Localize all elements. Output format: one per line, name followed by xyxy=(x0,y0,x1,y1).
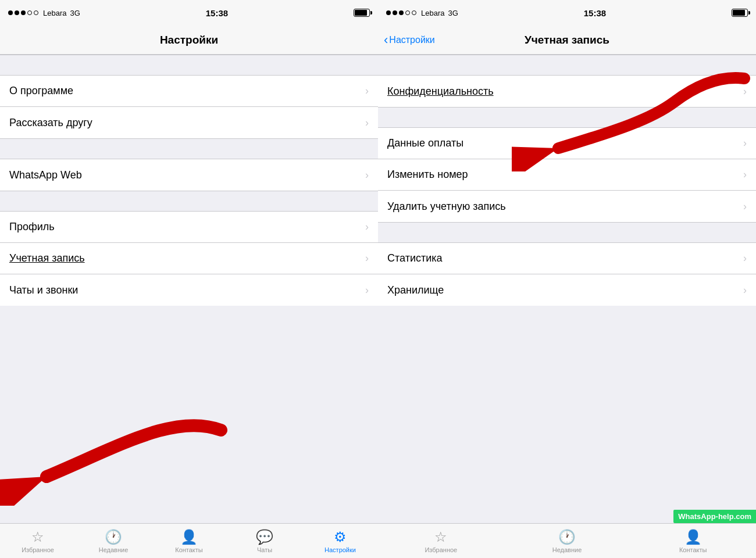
right-item-stats[interactable]: Статистика › xyxy=(378,243,756,274)
right-item-payment[interactable]: Данные оплаты › xyxy=(378,128,756,159)
right-nav-back-label: Настройки xyxy=(389,35,434,45)
right-gap-top xyxy=(378,55,756,76)
right-item-privacy-label: Конфиденциальность xyxy=(387,85,494,98)
left-nav-bar: Настройки xyxy=(0,26,378,55)
right-battery-icon xyxy=(732,9,748,17)
right-nav-bar: ‹ Настройки Учетная запись xyxy=(378,26,756,55)
left-battery-area xyxy=(354,9,370,17)
left-nav-title: Настройки xyxy=(160,34,218,46)
settings-icon: ⚙ xyxy=(334,529,347,545)
right-network: 3G xyxy=(448,9,458,17)
right-item-stats-label: Статистика xyxy=(387,252,443,264)
right-battery-fill xyxy=(733,10,745,16)
left-tab-bar: ☆ Избранное 🕐 Недавние 👤 Контакты 💬 Чаты… xyxy=(0,523,378,558)
right-nav-back[interactable]: ‹ Настройки xyxy=(384,33,435,48)
tab-left-settings[interactable]: ⚙ Настройки xyxy=(302,529,378,553)
left-item-profile-label: Профиль xyxy=(9,221,55,233)
contacts-icon: 👤 xyxy=(180,529,198,545)
tab-right-contacts-label: Контакты xyxy=(679,546,707,553)
dot2 xyxy=(15,10,19,15)
tab-left-chats[interactable]: 💬 Чаты xyxy=(227,529,302,553)
left-item-account-label: Учетная запись xyxy=(9,252,85,264)
right-chevron-payment: › xyxy=(743,137,747,149)
dot4 xyxy=(27,10,32,15)
tab-left-recents[interactable]: 🕐 Недавние xyxy=(76,529,151,553)
back-chevron-icon: ‹ xyxy=(384,33,388,48)
right-status-bar: Lebara 3G 15:38 xyxy=(378,0,756,26)
left-item-share[interactable]: Рассказать другу › xyxy=(0,107,378,138)
left-chevron-share: › xyxy=(365,117,369,129)
left-item-whatsappweb[interactable]: WhatsApp Web › xyxy=(0,159,378,191)
left-item-profile[interactable]: Профиль › xyxy=(0,212,378,243)
right-tab-bar: ☆ Избранное 🕐 Недавние 👤 Контакты xyxy=(378,523,756,558)
left-chevron-chats: › xyxy=(365,284,369,296)
left-item-about-label: О программе xyxy=(9,85,73,97)
rdot5 xyxy=(412,10,416,15)
right-chevron-changenumber: › xyxy=(743,169,747,181)
left-section-1: О программе › Рассказать другу › xyxy=(0,76,378,138)
right-chevron-privacy: › xyxy=(743,85,747,98)
left-item-share-label: Рассказать другу xyxy=(9,117,92,129)
tab-right-recents[interactable]: 🕐 Недавние xyxy=(504,529,630,553)
dot1 xyxy=(8,10,13,15)
right-gap-2 xyxy=(378,107,756,128)
recents-icon: 🕐 xyxy=(105,529,122,545)
right-nav-title: Учетная запись xyxy=(525,34,609,46)
tab-left-contacts[interactable]: 👤 Контакты xyxy=(151,529,227,553)
rdot1 xyxy=(386,10,391,15)
left-item-account[interactable]: Учетная запись › xyxy=(0,243,378,274)
left-item-about[interactable]: О программе › xyxy=(0,76,378,107)
right-chevron-deleteaccount: › xyxy=(743,201,747,213)
left-status-left: Lebara 3G xyxy=(8,9,80,17)
right-carrier: Lebara xyxy=(421,9,444,17)
tab-left-favorites[interactable]: ☆ Избранное xyxy=(0,529,76,553)
right-item-storage-label: Хранилище xyxy=(387,284,444,296)
right-signal-dots xyxy=(386,10,416,15)
right-item-privacy[interactable]: Конфиденциальность › xyxy=(378,76,756,107)
right-item-changenumber-label: Изменить номер xyxy=(387,169,468,181)
right-gap-3 xyxy=(378,222,756,243)
right-battery-area xyxy=(732,9,748,17)
right-contacts-icon: 👤 xyxy=(684,529,702,545)
left-gap-top xyxy=(0,55,378,76)
left-chevron-about: › xyxy=(365,85,369,97)
rdot3 xyxy=(399,10,404,15)
signal-dots xyxy=(8,10,38,15)
tab-right-favorites[interactable]: ☆ Избранное xyxy=(378,529,504,553)
tab-left-contacts-label: Контакты xyxy=(175,546,203,553)
left-item-chats-label: Чаты и звонки xyxy=(9,284,78,296)
tab-left-recents-label: Недавние xyxy=(99,546,129,553)
right-time: 15:38 xyxy=(584,8,606,18)
right-item-changenumber[interactable]: Изменить номер › xyxy=(378,159,756,191)
right-chevron-stats: › xyxy=(743,252,747,264)
watermark: WhatsApp-help.com xyxy=(673,510,756,523)
right-favorites-icon: ☆ xyxy=(434,529,447,545)
tab-right-contacts[interactable]: 👤 Контакты xyxy=(630,529,756,553)
tab-right-recents-label: Недавние xyxy=(552,546,582,553)
rdot2 xyxy=(393,10,397,15)
right-section-3: Статистика › Хранилище › xyxy=(378,243,756,306)
right-chevron-storage: › xyxy=(743,284,747,296)
left-gap-3 xyxy=(0,191,378,212)
right-item-deleteaccount-label: Удалить учетную запись xyxy=(387,201,506,213)
tab-right-favorites-label: Избранное xyxy=(425,546,457,553)
right-item-storage[interactable]: Хранилище › xyxy=(378,274,756,306)
right-item-deleteaccount[interactable]: Удалить учетную запись › xyxy=(378,191,756,222)
left-panel: Lebara 3G 15:38 Настройки О программе › … xyxy=(0,0,378,558)
right-status-left: Lebara 3G xyxy=(386,9,458,17)
left-battery-fill xyxy=(355,10,367,16)
left-carrier: Lebara xyxy=(43,9,66,17)
left-gap-2 xyxy=(0,138,378,159)
left-section-2: WhatsApp Web › xyxy=(0,159,378,191)
rdot4 xyxy=(405,10,410,15)
right-panel: Lebara 3G 15:38 ‹ Настройки Учетная запи… xyxy=(378,0,756,558)
left-status-bar: Lebara 3G 15:38 xyxy=(0,0,378,26)
left-network: 3G xyxy=(70,9,80,17)
right-section-1: Конфиденциальность › xyxy=(378,76,756,107)
left-time: 15:38 xyxy=(206,8,228,18)
left-chevron-whatsappweb: › xyxy=(365,169,369,181)
left-chevron-profile: › xyxy=(365,221,369,233)
left-item-chats[interactable]: Чаты и звонки › xyxy=(0,274,378,306)
left-item-whatsappweb-label: WhatsApp Web xyxy=(9,169,82,181)
favorites-icon: ☆ xyxy=(31,529,44,545)
